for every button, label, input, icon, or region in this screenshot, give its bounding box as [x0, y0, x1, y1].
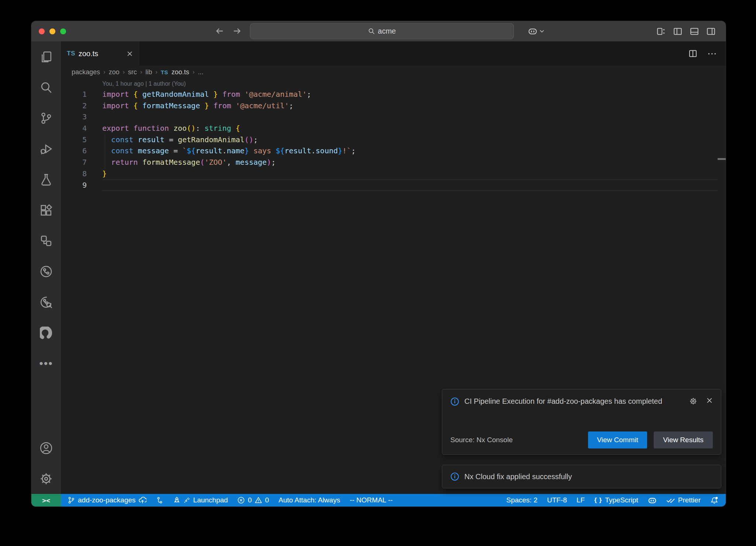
remote-indicator[interactable]: >< — [31, 494, 61, 506]
toggle-secondary-sidebar-icon[interactable] — [707, 27, 715, 36]
gitlens-icon[interactable] — [31, 256, 61, 287]
run-debug-icon[interactable] — [31, 133, 61, 164]
code-line[interactable]: 7 return formatMessage('ZOO', message); — [61, 157, 726, 168]
notification-toast: CI Pipeline Execution for #add-zoo-packa… — [442, 389, 721, 455]
problems-status-item[interactable]: 0 0 — [237, 496, 269, 504]
launchpad-label: Launchpad — [193, 496, 228, 504]
code-line[interactable]: 8} — [61, 168, 726, 180]
auto-attach-status-item[interactable]: Auto Attach: Always — [279, 496, 340, 504]
close-window-button[interactable] — [39, 28, 45, 34]
code-line[interactable]: 4export function zoo(): string { — [61, 123, 726, 134]
breadcrumb: packages › zoo › src › lib › TS zoo.ts ›… — [61, 66, 726, 78]
breadcrumb-separator: › — [123, 69, 124, 75]
split-editor-icon[interactable] — [688, 49, 697, 58]
vim-mode-status-item[interactable]: -- NORMAL -- — [350, 496, 392, 504]
tab-label: zoo.ts — [79, 50, 98, 58]
search-icon — [368, 28, 375, 35]
error-count: 0 — [248, 496, 252, 504]
close-tab-icon[interactable] — [127, 51, 133, 57]
desktop: acme — [0, 0, 756, 546]
breadcrumb-item[interactable]: src — [128, 68, 137, 76]
testing-icon[interactable] — [31, 164, 61, 195]
copilot-status-item[interactable] — [648, 496, 657, 505]
plug-icon — [183, 497, 190, 504]
braces-icon: { } — [594, 496, 602, 504]
notification-toast: Nx Cloud fix applied successfully — [442, 465, 721, 488]
customize-layout-icon[interactable] — [657, 27, 666, 36]
eol-status-item[interactable]: LF — [577, 496, 585, 504]
search-sidebar-icon[interactable] — [31, 72, 61, 103]
info-icon — [450, 472, 459, 481]
overview-ruler-cursor-mark — [718, 158, 726, 160]
code-line[interactable]: 2import { formatMessage } from '@acme/ut… — [61, 100, 726, 112]
copilot-menu[interactable] — [528, 26, 544, 36]
code-line[interactable]: 9 — [61, 180, 726, 191]
code-text: const message = `${result.name} says ${r… — [102, 145, 355, 157]
line-number: 2 — [61, 100, 87, 112]
language-label: TypeScript — [605, 496, 638, 504]
commit-graph-search-icon[interactable] — [31, 287, 61, 317]
error-icon — [237, 496, 245, 504]
toggle-primary-sidebar-icon[interactable] — [673, 27, 682, 36]
additional-views-icon[interactable]: ••• — [39, 362, 53, 365]
minimize-window-button[interactable] — [49, 28, 55, 34]
edge-browser-icon[interactable] — [31, 317, 61, 348]
settings-gear-icon[interactable] — [31, 463, 61, 494]
warning-count: 0 — [265, 496, 269, 504]
tab-zoo-ts[interactable]: TS zoo.ts — [61, 41, 139, 66]
explorer-icon[interactable] — [31, 41, 61, 72]
breadcrumb-item[interactable]: zoo — [109, 68, 119, 76]
commit-graph-status-item[interactable] — [156, 496, 164, 504]
cloud-upload-icon — [138, 496, 147, 504]
typescript-file-icon: TS — [67, 50, 75, 57]
extensions-icon[interactable] — [31, 195, 61, 225]
nx-console-icon[interactable] — [31, 225, 61, 256]
line-number: 5 — [61, 134, 87, 146]
line-number: 6 — [61, 145, 87, 157]
maximize-window-button[interactable] — [60, 28, 66, 34]
tab-bar: TS zoo.ts ⋯ — [61, 41, 726, 66]
language-status-item[interactable]: { } TypeScript — [594, 496, 638, 504]
launchpad-status-item[interactable]: Launchpad — [173, 496, 228, 504]
code-text: export function zoo(): string { — [102, 123, 240, 134]
encoding-status-item[interactable]: UTF-8 — [547, 496, 567, 504]
breadcrumb-item[interactable]: lib — [145, 68, 152, 76]
toggle-panel-icon[interactable] — [690, 27, 699, 36]
indent-guide — [105, 134, 105, 168]
source-control-icon[interactable] — [31, 103, 61, 133]
notifications-bell-item[interactable] — [710, 496, 718, 504]
notification-settings-gear-icon[interactable] — [689, 397, 697, 405]
prettier-label: Prettier — [678, 496, 701, 504]
chevron-down-icon — [540, 30, 544, 33]
code-line[interactable]: 1import { getRandomAnimal } from '@acme/… — [61, 89, 726, 100]
line-number: 1 — [61, 89, 87, 100]
indentation-status-item[interactable]: Spaces: 2 — [506, 496, 538, 504]
view-results-button[interactable]: View Results — [654, 431, 713, 448]
account-icon[interactable] — [31, 433, 61, 463]
forward-icon[interactable] — [232, 26, 242, 36]
back-icon[interactable] — [215, 26, 224, 36]
code-line[interactable]: 5 const result = getRandomAnimal(); — [61, 134, 726, 146]
search-value: acme — [378, 27, 396, 35]
double-check-icon — [666, 496, 675, 505]
breadcrumb-file[interactable]: zoo.ts — [172, 68, 189, 76]
line-number: 7 — [61, 157, 87, 168]
close-notification-icon[interactable] — [706, 397, 713, 405]
view-commit-button[interactable]: View Commit — [588, 431, 647, 448]
code-text: const result = getRandomAnimal(); — [102, 134, 258, 146]
status-bar: >< add-zoo-packages — [31, 494, 726, 506]
code-text: import { getRandomAnimal } from '@acme/a… — [102, 89, 311, 100]
line-number: 9 — [61, 180, 87, 191]
git-branch-icon — [68, 496, 75, 504]
breadcrumb-more[interactable]: ... — [198, 68, 203, 76]
line-number: 8 — [61, 168, 87, 180]
code-text: } — [102, 168, 107, 180]
code-line[interactable]: 3 — [61, 111, 726, 123]
prettier-status-item[interactable]: Prettier — [666, 496, 701, 505]
breadcrumb-item[interactable]: packages — [72, 68, 100, 76]
code-line[interactable]: 6 const message = `${result.name} says $… — [61, 145, 726, 157]
notification-message: Nx Cloud fix applied successfully — [464, 471, 572, 482]
branch-status-item[interactable]: add-zoo-packages — [68, 496, 147, 504]
copilot-icon — [648, 496, 657, 505]
command-center-search[interactable]: acme — [250, 23, 514, 39]
